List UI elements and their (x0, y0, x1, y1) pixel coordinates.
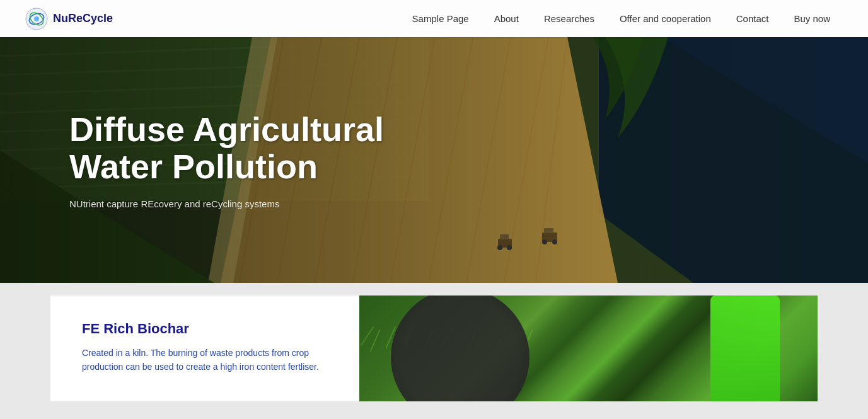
hero-content: Diffuse Agricultural Water Pollution NUt… (69, 111, 397, 209)
nav-link-sample-page[interactable]: Sample Page (400, 0, 482, 37)
main-nav: Sample PageAboutResearchesOffer and coop… (400, 0, 843, 37)
dark-disc (391, 296, 529, 401)
logo-text: NuReCycle (53, 12, 113, 25)
hero-section: Diffuse Agricultural Water Pollution NUt… (0, 37, 868, 283)
nav-link-about[interactable]: About (482, 0, 531, 37)
site-header: NuReCycle Sample PageAboutResearchesOffe… (0, 0, 868, 37)
card-body: Created in a kiln. The burning of waste … (82, 346, 334, 374)
logo-icon (25, 8, 48, 30)
hero-subtitle: NUtrient capture REcovery and reCycling … (69, 198, 397, 209)
green-bucket (710, 296, 780, 401)
card-title: FE Rich Biochar (82, 321, 334, 337)
svg-line-35 (371, 330, 380, 352)
svg-line-34 (361, 326, 374, 345)
fe-biochar-card: FE Rich Biochar Created in a kiln. The b… (50, 296, 359, 401)
nav-link-contact[interactable]: Contact (724, 0, 782, 37)
nav-link-offer-and-cooperation[interactable]: Offer and cooperation (607, 0, 724, 37)
hero-title: Diffuse Agricultural Water Pollution (69, 111, 397, 186)
logo-link[interactable]: NuReCycle (25, 8, 113, 30)
nav-link-buy-now[interactable]: Buy now (781, 0, 843, 37)
card-image (359, 296, 818, 401)
svg-point-3 (34, 16, 39, 21)
cards-section: FE Rich Biochar Created in a kiln. The b… (0, 283, 868, 401)
nav-link-researches[interactable]: Researches (531, 0, 607, 37)
